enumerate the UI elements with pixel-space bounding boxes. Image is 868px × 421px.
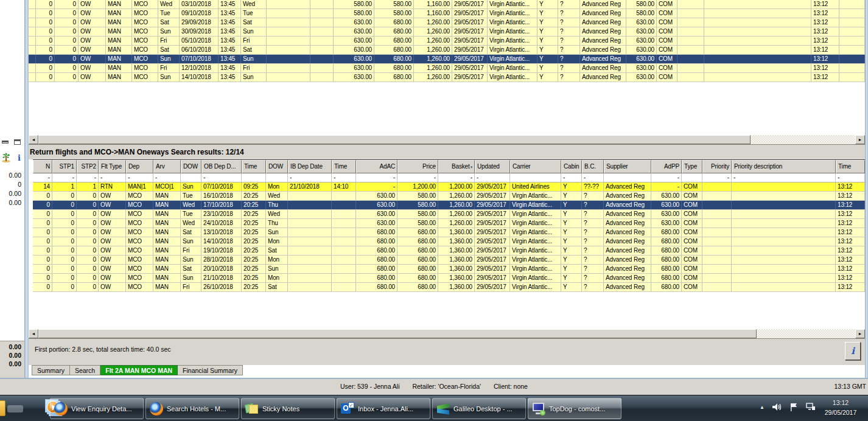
column-header-price[interactable]: Price [397,160,438,173]
table-cell: ? [558,73,580,82]
show-hidden-icons-icon[interactable]: ▲ [760,405,765,410]
table-cell [181,173,201,182]
column-header-dow[interactable]: DOW [266,160,288,173]
table-row[interactable]: 000OWMCOMANFri19/10/201820:25Sat680.0068… [33,246,865,256]
table-cell: 14 [33,183,52,191]
table-cell: 13:45 [219,46,241,54]
info-button[interactable]: i [845,342,861,360]
quicklaunch-ghost-icon[interactable] [7,405,23,412]
volume-icon[interactable] [772,403,782,411]
table-cell: 29/05/2017 [475,219,510,228]
panel-info-icon[interactable]: i [18,153,21,162]
taskbar-button-topdog-comost[interactable]: TopDog - comost... [528,398,621,419]
table-row[interactable]: 000OWMCOMANSat13/10/201820:25Sun680.0068… [33,228,865,237]
table-row[interactable]: 00OWMANMCOSun07/10/201813:45Sun630.00680… [29,55,865,64]
table-row[interactable]: 00OWMANMCOSun30/09/201813:45Sun630.00680… [29,27,865,37]
table-cell: 20:25 [242,274,266,282]
results-grid-hscrollbar[interactable]: ◄ ► [29,329,865,339]
column-header-cabin[interactable]: Cabin [561,160,582,173]
scroll-right-icon[interactable]: ► [855,135,865,144]
outbound-grid-hscrollbar[interactable]: ◄ ► [29,135,865,145]
table-row[interactable]: 000OWMCOMANSun28/10/201820:25Mon680.0068… [33,256,865,265]
table-row[interactable]: 00OWMANMCOFri05/10/201813:45Fri630.00680… [29,37,865,46]
table-row[interactable]: 000OWMCOMANSun21/10/201820:25Mon680.0068… [33,274,865,283]
column-header-type[interactable]: Type [682,160,702,173]
table-cell: - [356,183,397,191]
taskbar-button-inbox-jenna-ali[interactable]: O✓Inbox - Jenna.Ali... [337,398,430,419]
table-row[interactable]: 000OWMCOMANWed17/10/201820:25Thu630.0058… [33,201,865,210]
results-grid-filter-row[interactable]: ------------------- [33,173,865,183]
table-row[interactable]: 1411RTNMAN|1MCO|1Sun07/10/201809:25Mon21… [33,183,865,192]
table-cell: MAN [106,9,132,18]
table-cell: ? [582,274,604,282]
table-row[interactable]: 000OWMCOMANWed24/10/201820:25Thu630.0058… [33,219,865,228]
table-row[interactable]: 000OWMCOMANFri26/10/201820:25Sat680.0068… [33,283,865,292]
scroll-right-icon[interactable]: ► [855,329,865,338]
column-header-carrier[interactable]: Carrier [510,160,561,173]
column-header-n[interactable]: N [33,160,52,173]
table-row[interactable]: 00OWMANMCOSat06/10/201813:45Sat630.00680… [29,46,865,55]
table-cell: 21/10/2018 [201,274,242,282]
table-cell: OW [99,274,126,282]
column-header-ob-dep-d-[interactable]: OB Dep D... [201,160,242,173]
column-header-supplier[interactable]: Supplier [604,160,651,173]
taskbar-button-galileo-desktop[interactable]: Galileo Desktop - ... [432,398,526,419]
table-cell: MAN [106,27,132,36]
taskbar-clock[interactable]: 13:12 29/05/2017 [818,398,863,417]
scrollbar-trough[interactable] [757,329,855,338]
scrollbar-thumb[interactable] [38,135,751,144]
taskbar-button-search-hotels-m[interactable]: Search Hotels - M... [145,398,239,419]
table-row[interactable]: 000OWMCOMANSun14/10/201820:25Mon680.0068… [33,237,865,246]
table-row[interactable]: 00OWMANMCOTue09/10/201813:45Tue580.00580… [29,9,865,18]
column-header-basket[interactable]: Basket▾ [438,160,475,173]
table-cell: Virgin Atlantic... [510,192,561,200]
column-header-time[interactable]: Time [242,160,266,173]
column-header-updated[interactable]: Updated [475,160,510,173]
column-header-stp2[interactable]: STP2 [77,160,99,173]
column-header-time[interactable]: Time [332,160,356,173]
column-header-ib-dep-date[interactable]: IB Dep Date [288,160,332,173]
column-header-arv[interactable]: Arv [153,160,181,173]
table-row[interactable]: 000OWMCOMANSat20/10/201820:25Sun680.0068… [33,265,865,274]
table-row[interactable]: 00OWMANMCOWed03/10/201813:45Wed580.00580… [29,0,865,9]
collapse-window-icon[interactable] [2,141,9,144]
scroll-left-icon[interactable]: ◄ [29,135,38,144]
tab-search[interactable]: Search [70,365,100,375]
taskbar-button-view-enquiry-deta[interactable]: View Enquiry Deta... [50,398,144,419]
restore-window-icon[interactable] [14,139,21,145]
taskbar-button-sticky-notes[interactable]: Sticky Notes [241,398,335,419]
scroll-left-icon[interactable]: ◄ [29,329,38,338]
table-row[interactable]: 00OWMANMCOFri12/10/201813:45Fri630.00680… [29,64,865,73]
network-icon[interactable] [806,403,816,411]
column-header-dow[interactable]: DOW [181,160,201,173]
column-header-priority[interactable]: Priority [702,160,732,173]
action-center-flag-icon[interactable] [790,403,798,411]
column-header-flt-type[interactable]: Flt Type [99,160,126,173]
quicklaunch-partial-icon[interactable] [0,400,5,416]
table-row[interactable]: 000OWMCOMANTue16/10/201820:25Wed630.0058… [33,192,865,201]
tab-financial-summary[interactable]: Financial Summary [178,365,243,375]
table-cell: COM [682,183,702,191]
column-header-stp1[interactable]: STP1 [52,160,77,173]
table-row[interactable]: 00OWMANMCOSun14/10/201813:45Sun630.00680… [29,73,865,82]
tab-flt-2a-man-mco-man[interactable]: Flt 2A MAN MCO MAN [100,365,178,375]
table-cell [332,237,356,246]
column-header-adpp[interactable]: AdPP [651,160,682,173]
column-header-dep[interactable]: Dep [126,160,153,173]
scrollbar-trough[interactable] [751,135,855,144]
table-cell: 14:10 [332,183,356,191]
column-header-time[interactable]: Time [836,160,865,173]
table-cell: RTN [99,183,126,191]
table-cell: 630.00 [626,37,657,45]
table-cell: 13:12 [836,219,865,228]
table-cell: Sat [181,228,201,237]
column-header-priority-description[interactable]: Priority description [732,160,836,173]
table-cell: MCO [126,256,153,264]
scrollbar-thumb[interactable] [38,329,757,338]
table-row[interactable]: 000OWMCOMANTue23/10/201820:25Wed630.0058… [33,210,865,219]
column-header-b-c-[interactable]: B.C. [582,160,604,173]
tab-summary[interactable]: Summary [32,365,70,375]
table-row[interactable]: 00OWMANMCOSat29/09/201813:45Sat630.00680… [29,18,865,27]
column-header-adac[interactable]: AdAC [356,160,397,173]
table-cell: 29/05/2017 [475,256,510,264]
